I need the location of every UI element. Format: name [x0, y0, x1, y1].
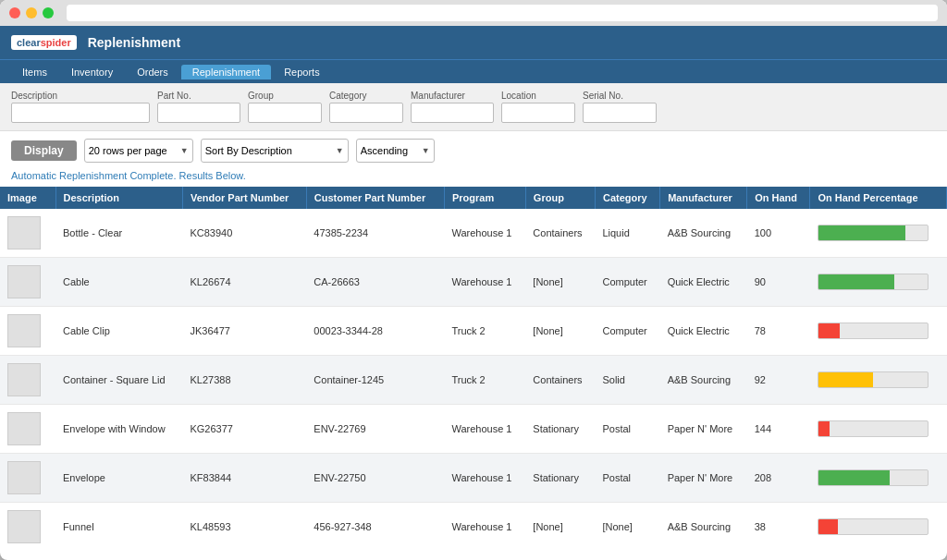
filter-bar: Description Part No. Group Category Manu… — [0, 83, 947, 131]
filter-category: Category — [329, 91, 403, 123]
cell-vendor-part: JK36477 — [182, 307, 306, 356]
col-header-category: Category — [595, 187, 659, 209]
cell-vendor-part: KG26377 — [182, 405, 306, 454]
cell-manufacturer: A&B Sourcing — [660, 209, 747, 258]
nav-tab-reports[interactable]: Reports — [273, 65, 331, 79]
progress-bar-container — [818, 274, 929, 290]
item-image — [7, 216, 41, 250]
item-image — [7, 461, 41, 494]
display-button[interactable]: Display — [11, 140, 77, 161]
cell-category: [None] — [595, 503, 659, 548]
page-title: Replenishment — [88, 35, 180, 50]
cell-on-hand-pct — [810, 503, 947, 548]
cell-on-hand-pct — [810, 307, 947, 356]
sort-by-select[interactable]: Sort By Description Sort By Part No. Sor… — [201, 139, 349, 163]
cell-vendor-part: KL27388 — [182, 356, 306, 405]
order-select[interactable]: Ascending Descending — [356, 139, 435, 163]
col-header-on-hand-pct: On Hand Percentage — [810, 187, 947, 209]
address-bar[interactable] — [67, 5, 938, 21]
cell-category: Solid — [595, 356, 659, 405]
progress-bar — [818, 519, 838, 534]
cell-group: Stationary — [525, 405, 595, 454]
filter-description-label: Description — [11, 91, 150, 101]
cell-description: Cable Clip — [55, 307, 182, 356]
cell-category: Liquid — [595, 209, 659, 258]
description-input[interactable] — [11, 103, 150, 123]
cell-image — [0, 405, 55, 454]
table-row: Cable KL26674 CA-26663 Warehouse 1 [None… — [0, 258, 947, 307]
cell-description: Envelope — [55, 454, 182, 503]
col-header-vendor-part: Vendor Part Number — [182, 187, 306, 209]
cell-customer-part: 456-927-348 — [306, 503, 444, 548]
table-header-row: Image Description Vendor Part Number Cus… — [0, 187, 947, 209]
cell-image — [0, 356, 55, 405]
nav-tab-replenishment[interactable]: Replenishment — [181, 65, 271, 79]
cell-on-hand: 78 — [747, 307, 810, 356]
category-input[interactable] — [329, 103, 403, 123]
manufacturer-input[interactable] — [411, 103, 494, 123]
minimize-button[interactable] — [26, 7, 37, 18]
partno-input[interactable] — [157, 103, 240, 123]
progress-bar-container — [818, 469, 929, 486]
nav-tab-inventory[interactable]: Inventory — [60, 65, 124, 79]
cell-category: Postal — [595, 454, 659, 503]
filter-manufacturer: Manufacturer — [411, 91, 494, 123]
col-header-description: Description — [55, 187, 182, 209]
cell-category: Computer — [595, 258, 659, 307]
progress-bar — [818, 372, 873, 387]
cell-customer-part: 00023-3344-28 — [306, 307, 444, 356]
table-row: Envelope KF83844 ENV-22750 Warehouse 1 S… — [0, 454, 947, 503]
item-image — [7, 510, 41, 543]
cell-manufacturer: Paper N' More — [660, 454, 747, 503]
nav-tab-orders[interactable]: Orders — [126, 65, 179, 79]
cell-description: Container - Square Lid — [55, 356, 182, 405]
cell-customer-part: Container-1245 — [306, 356, 444, 405]
progress-bar-container — [818, 420, 929, 437]
close-button[interactable] — [9, 7, 20, 18]
cell-group: [None] — [525, 258, 595, 307]
location-input[interactable] — [501, 103, 575, 123]
col-header-image: Image — [0, 187, 55, 209]
cell-group: [None] — [525, 503, 595, 548]
rows-per-page-select[interactable]: 20 rows per page 50 rows per page 100 ro… — [84, 139, 193, 163]
cell-description: Bottle - Clear — [55, 209, 182, 258]
cell-group: Stationary — [525, 454, 595, 503]
col-header-group: Group — [525, 187, 595, 209]
filter-category-label: Category — [329, 91, 403, 101]
nav-tab-items[interactable]: Items — [11, 65, 58, 79]
table-row: Bottle - Clear KC83940 47385-2234 Wareho… — [0, 209, 947, 258]
cell-manufacturer: Quick Electric — [660, 258, 747, 307]
group-input[interactable] — [248, 103, 322, 123]
cell-customer-part: CA-26663 — [306, 258, 444, 307]
cell-image — [0, 454, 55, 503]
order-wrapper: Ascending Descending — [356, 139, 435, 163]
col-header-program: Program — [444, 187, 525, 209]
rows-per-page-wrapper: 20 rows per page 50 rows per page 100 ro… — [84, 139, 193, 163]
maximize-button[interactable] — [43, 7, 54, 18]
cell-manufacturer: Quick Electric — [660, 307, 747, 356]
filter-partno-label: Part No. — [157, 91, 240, 101]
cell-on-hand: 144 — [747, 405, 810, 454]
cell-manufacturer: A&B Sourcing — [660, 356, 747, 405]
progress-bar — [818, 274, 895, 289]
serialno-input[interactable] — [583, 103, 657, 123]
cell-on-hand: 92 — [747, 356, 810, 405]
progress-bar — [818, 225, 905, 240]
logo-clear-text: clear — [17, 37, 41, 48]
progress-bar-container — [818, 225, 929, 241]
table-row: Cable Clip JK36477 00023-3344-28 Truck 2… — [0, 307, 947, 356]
cell-program: Warehouse 1 — [444, 503, 525, 548]
filter-group: Group — [248, 91, 322, 123]
cell-description: Funnel — [55, 503, 182, 548]
progress-bar-container — [818, 518, 929, 535]
title-bar — [0, 0, 947, 26]
col-header-manufacturer: Manufacturer — [660, 187, 747, 209]
cell-program: Warehouse 1 — [444, 454, 525, 503]
sort-by-wrapper: Sort By Description Sort By Part No. Sor… — [201, 139, 349, 163]
cell-on-hand-pct — [810, 258, 947, 307]
inventory-table: Image Description Vendor Part Number Cus… — [0, 187, 947, 547]
item-image — [7, 314, 41, 347]
cell-vendor-part: KL26674 — [182, 258, 306, 307]
progress-bar — [818, 323, 841, 338]
progress-bar — [818, 470, 890, 485]
